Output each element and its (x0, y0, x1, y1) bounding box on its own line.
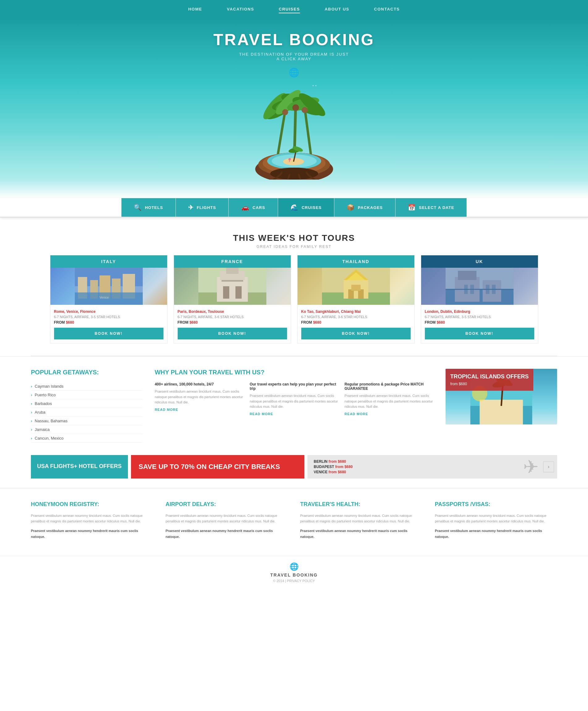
book-btn-italy[interactable]: BOOK NOW! (54, 328, 163, 340)
tropical-img: TROPICAL ISLANDS OFFERS from $680 (446, 369, 557, 425)
tab-cruises-label: CRUISES (301, 205, 322, 210)
footer-globe-icon: 🌐 (6, 562, 582, 571)
car-icon: 🚗 (241, 204, 249, 211)
nav-link-vacations[interactable]: VACATIONS (227, 7, 254, 12)
flight-budapest: BUDAPEST from $680 (314, 465, 353, 469)
hot-tours-section: THIS WEEK'S HOT TOURS GREAT IDEAS FOR FA… (0, 218, 588, 255)
footer-logo: TRAVEL BOOKING (6, 573, 582, 578)
why-heading-0: 400+ airlines, 100,000 hotels, 24/7 (155, 382, 244, 386)
tour-card-thailand: THAILAND Ko Tao, Sangkhlaburi, Chiang Ma… (297, 255, 415, 343)
why-item-1: Our travel experts can help you plan you… (250, 382, 338, 416)
why-heading-2: Regular promotions & package Price MATCH… (344, 382, 433, 391)
nav-link-about[interactable]: ABOUT US (325, 7, 349, 12)
book-btn-france[interactable]: BOOK NOW! (178, 328, 287, 340)
nav-item-vacations[interactable]: VACATIONS (227, 6, 254, 12)
tab-hotels[interactable]: 🔍 HOTELS (121, 198, 176, 217)
list-item[interactable]: Barbados (31, 400, 142, 408)
lower-section: POPULAR GETAWAYS: Cayman Islands Puerto … (0, 356, 588, 455)
tab-cruises[interactable]: 🌊 CRUISES (278, 198, 334, 217)
tour-header-italy: ITALY (50, 255, 167, 268)
list-item[interactable]: Nassau, Bahamas (31, 417, 142, 425)
tour-img-uk (421, 268, 538, 305)
read-more-2[interactable]: READ MORE (344, 412, 433, 416)
nav-link-home[interactable]: HOME (188, 7, 202, 12)
tab-cars-label: CARS (252, 205, 265, 210)
nav-item-home[interactable]: HOME (188, 6, 202, 12)
uk-nights: 6-7 NIGHTS, AIRFARE, 3-5 STAR HOTELS (425, 315, 534, 319)
tour-body-italy: Rome, Venice, Florence 6-7 NIGHTS, AIRFA… (50, 305, 167, 343)
france-cities[interactable]: Paris, Bordeaux, Toulouse (178, 309, 224, 314)
package-icon: 📦 (347, 204, 355, 211)
plane-icon: ✈ (523, 456, 539, 478)
hot-tours-title: THIS WEEK'S HOT TOURS (31, 233, 557, 243)
tab-hotels-label: HOTELS (145, 205, 163, 210)
tab-cars[interactable]: 🚗 CARS (229, 198, 278, 217)
tour-card-italy: ITALY Venice Rome, Venice, Florence 6-7 … (50, 255, 167, 343)
uk-price: FROM $680 (425, 320, 534, 325)
flight-cities: BERLIN from $680 BUDAPEST from $680 VENI… (314, 458, 353, 475)
hot-tours-subtitle: GREAT IDEAS FOR FAMILY REST (31, 244, 557, 249)
tour-header-france: FRANCE (174, 255, 291, 268)
info-health: TRAVELER'S HEALTH: Praesent vestibulum a… (300, 501, 423, 543)
flight-berlin: BERLIN from $680 (314, 459, 353, 464)
uk-cities[interactable]: London, Dublin, Edinburg (425, 309, 470, 314)
italy-cities[interactable]: Rome, Venice, Florence (54, 309, 96, 314)
tour-img-thailand (298, 268, 414, 305)
hero-subtitle: THE DESTINATION OF YOUR DREAM IS JUST A … (0, 52, 588, 61)
tour-card-uk: UK London, Dublin, Edinburg 6-7 NIGHTS, … (421, 255, 538, 343)
tab-date[interactable]: 📅 SELECT A DATE (395, 198, 467, 217)
why-heading-1: Our travel experts can help you plan you… (250, 382, 338, 391)
hotel-icon: 🔍 (134, 204, 142, 211)
nav-link-contacts[interactable]: CONTACTS (374, 7, 400, 12)
svg-rect-44 (222, 280, 243, 282)
book-btn-thailand[interactable]: BOOK NOW! (301, 328, 411, 340)
svg-point-14 (292, 105, 299, 111)
info-honeymoon: HONEYMOON REGISTRY: Praesent vestibulum … (31, 501, 153, 543)
list-item[interactable]: Jamaica (31, 425, 142, 434)
tour-body-france: Paris, Bordeaux, Toulouse 6-7 NIGHTS, AI… (174, 305, 291, 343)
svg-point-25 (288, 158, 291, 160)
thailand-cities[interactable]: Ko Tao, Sangkhlaburi, Chiang Mai (301, 309, 361, 314)
popular-getaways-title: POPULAR GETAWAYS: (31, 369, 142, 376)
why-item-0: 400+ airlines, 100,000 hotels, 24/7 Prae… (155, 382, 244, 416)
info-title-0: HONEYMOON REGISTRY: (31, 501, 153, 508)
tab-packages-label: PACKAGES (358, 205, 383, 210)
list-item[interactable]: Puerto Rico (31, 391, 142, 400)
nav-item-contacts[interactable]: CONTACTS (374, 6, 400, 12)
tab-date-label: SELECT A DATE (419, 205, 454, 210)
tab-flights[interactable]: ✈ FLIGHTS (176, 198, 229, 217)
why-grid: 400+ airlines, 100,000 hotels, 24/7 Prae… (155, 382, 433, 416)
info-title-1: AIRPORT DELAYS: (166, 501, 288, 508)
why-text-1: Praesent vestibulum aenean tincidunt mau… (250, 393, 338, 410)
list-item[interactable]: Cancun, Mexico (31, 434, 142, 443)
italy-price: FROM $680 (54, 320, 163, 325)
list-item[interactable]: Aruba (31, 408, 142, 417)
promo-usa[interactable]: USA FLIGHTS+ HOTEL OFFERS (31, 455, 128, 478)
hero-title: TRAVEL BOOKING (0, 30, 588, 49)
nav-link-cruises[interactable]: CRUISES (279, 7, 300, 13)
nav-item-cruises[interactable]: CRUISES (279, 6, 300, 12)
popular-getaways: POPULAR GETAWAYS: Cayman Islands Puerto … (31, 369, 142, 443)
info-bold-3: Praesent vestibulum aenean noummy hendre… (435, 528, 557, 539)
france-price: FROM $680 (178, 320, 287, 325)
info-bold-0: Praesent vestibulum aenean noummy hendre… (31, 528, 153, 539)
svg-point-13 (282, 109, 288, 115)
info-airport: AIRPORT DELAYS: Praesent vestibulum aene… (166, 501, 288, 543)
tab-packages[interactable]: 📦 PACKAGES (334, 198, 395, 217)
read-more-0[interactable]: READ MORE (155, 408, 244, 411)
promo-city-breaks[interactable]: SAVE UP TO 70% ON CHEAP CITY BREAKS (131, 455, 305, 478)
list-item[interactable]: Cayman Islands (31, 382, 142, 391)
info-text-0: Praesent vestibulum aenean noummy tincid… (31, 513, 153, 524)
nav-item-about[interactable]: ABOUT US (325, 6, 349, 12)
read-more-1[interactable]: READ MORE (250, 412, 338, 416)
info-bold-2: Praesent vestibulum aenean noummy hendre… (300, 528, 423, 539)
italy-nights: 6-7 NIGHTS, AIRFARE, 3-5 STAR HOTELS (54, 315, 163, 319)
promo-bars: USA FLIGHTS+ HOTEL OFFERS SAVE UP TO 70%… (0, 455, 588, 488)
promo-next-button[interactable]: › (543, 461, 554, 472)
tours-grid: ITALY Venice Rome, Venice, Florence 6-7 … (0, 255, 588, 356)
book-btn-uk[interactable]: BOOK NOW! (425, 328, 534, 340)
svg-rect-41 (226, 268, 239, 274)
svg-text:Venice: Venice (99, 296, 109, 299)
info-title-3: PASSPORTS /VISAS: (435, 501, 557, 508)
svg-text:✦ ✦: ✦ ✦ (312, 84, 317, 87)
